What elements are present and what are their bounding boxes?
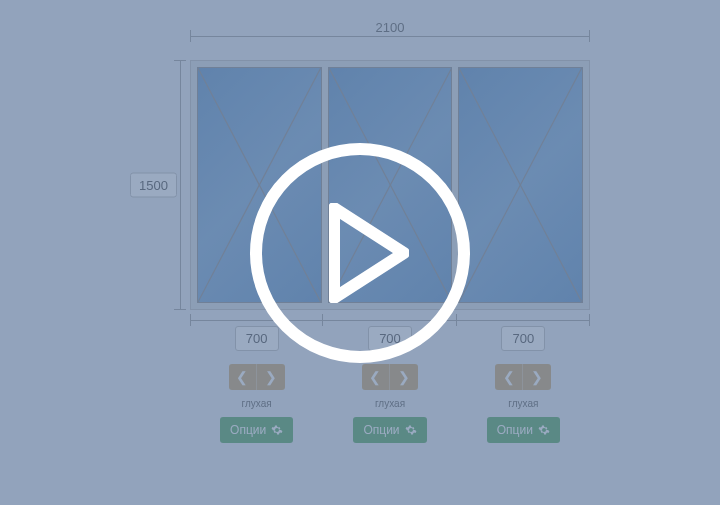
video-overlay[interactable] bbox=[0, 0, 720, 505]
play-icon bbox=[329, 203, 409, 303]
play-button[interactable] bbox=[250, 143, 470, 363]
svg-marker-6 bbox=[334, 208, 404, 298]
